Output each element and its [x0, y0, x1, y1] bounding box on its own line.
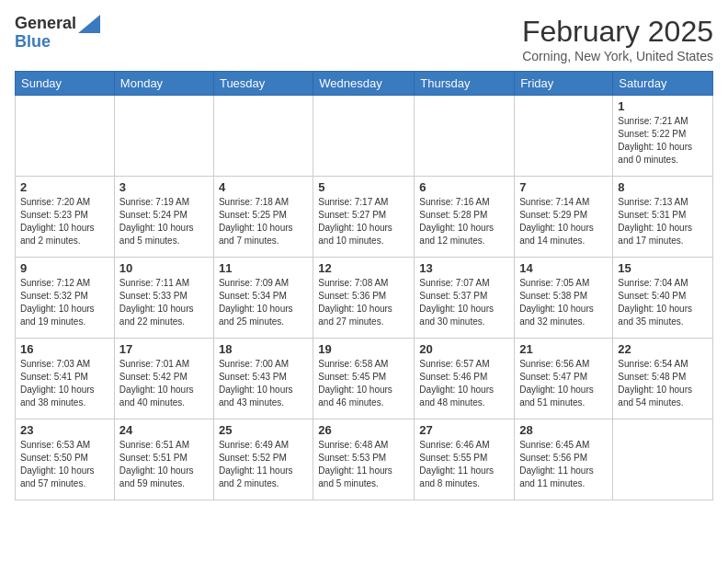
svg-marker-0 [78, 15, 100, 33]
calendar-week-row: 9Sunrise: 7:12 AM Sunset: 5:32 PM Daylig… [16, 258, 713, 339]
day-number: 27 [419, 423, 509, 437]
calendar-cell: 26Sunrise: 6:48 AM Sunset: 5:53 PM Dayli… [313, 419, 415, 500]
day-info: Sunrise: 7:04 AM Sunset: 5:40 PM Dayligh… [618, 277, 708, 328]
calendar-cell: 8Sunrise: 7:13 AM Sunset: 5:31 PM Daylig… [613, 177, 713, 258]
day-info: Sunrise: 7:20 AM Sunset: 5:23 PM Dayligh… [20, 196, 109, 247]
day-info: Sunrise: 7:08 AM Sunset: 5:36 PM Dayligh… [318, 277, 409, 328]
calendar-cell: 22Sunrise: 6:54 AM Sunset: 5:48 PM Dayli… [613, 339, 713, 419]
day-number: 28 [519, 423, 608, 437]
title-block: February 2025 Corning, New York, United … [522, 15, 713, 63]
column-header-monday: Monday [114, 72, 213, 96]
day-number: 5 [318, 180, 409, 194]
day-number: 1 [618, 99, 708, 113]
calendar-cell: 5Sunrise: 7:17 AM Sunset: 5:27 PM Daylig… [313, 177, 415, 258]
calendar-week-row: 2Sunrise: 7:20 AM Sunset: 5:23 PM Daylig… [16, 177, 713, 258]
calendar-cell: 4Sunrise: 7:18 AM Sunset: 5:25 PM Daylig… [213, 177, 313, 258]
day-info: Sunrise: 7:21 AM Sunset: 5:22 PM Dayligh… [618, 115, 708, 167]
calendar-week-row: 16Sunrise: 7:03 AM Sunset: 5:41 PM Dayli… [16, 339, 713, 419]
day-number: 21 [519, 342, 608, 356]
day-info: Sunrise: 7:14 AM Sunset: 5:29 PM Dayligh… [519, 196, 608, 247]
day-info: Sunrise: 7:03 AM Sunset: 5:41 PM Dayligh… [20, 358, 109, 409]
calendar-cell: 3Sunrise: 7:19 AM Sunset: 5:24 PM Daylig… [114, 177, 213, 258]
month-year-title: February 2025 [522, 15, 713, 49]
calendar-cell: 19Sunrise: 6:58 AM Sunset: 5:45 PM Dayli… [313, 339, 415, 419]
day-number: 11 [219, 261, 308, 275]
column-header-saturday: Saturday [613, 72, 713, 96]
calendar-cell [515, 96, 613, 177]
calendar-cell: 21Sunrise: 6:56 AM Sunset: 5:47 PM Dayli… [515, 339, 613, 419]
calendar-cell: 7Sunrise: 7:14 AM Sunset: 5:29 PM Daylig… [515, 177, 613, 258]
day-info: Sunrise: 7:05 AM Sunset: 5:38 PM Dayligh… [519, 277, 608, 328]
day-info: Sunrise: 7:19 AM Sunset: 5:24 PM Dayligh… [119, 196, 209, 247]
day-info: Sunrise: 7:12 AM Sunset: 5:32 PM Dayligh… [20, 277, 109, 328]
calendar-cell [213, 96, 313, 177]
day-info: Sunrise: 7:17 AM Sunset: 5:27 PM Dayligh… [318, 196, 409, 247]
calendar-cell: 25Sunrise: 6:49 AM Sunset: 5:52 PM Dayli… [213, 419, 313, 500]
day-info: Sunrise: 6:57 AM Sunset: 5:46 PM Dayligh… [419, 358, 509, 409]
logo-general-text: General [15, 15, 76, 33]
day-number: 15 [618, 261, 708, 275]
calendar-header-row: SundayMondayTuesdayWednesdayThursdayFrid… [16, 72, 713, 96]
day-number: 4 [219, 180, 308, 194]
column-header-tuesday: Tuesday [213, 72, 313, 96]
day-number: 9 [20, 261, 109, 275]
day-number: 22 [618, 342, 708, 356]
calendar-cell [415, 96, 515, 177]
day-number: 12 [318, 261, 409, 275]
day-number: 10 [119, 261, 209, 275]
day-info: Sunrise: 6:45 AM Sunset: 5:56 PM Dayligh… [519, 439, 608, 490]
day-number: 2 [20, 180, 109, 194]
day-info: Sunrise: 6:46 AM Sunset: 5:55 PM Dayligh… [419, 439, 509, 490]
day-number: 18 [219, 342, 308, 356]
day-number: 13 [419, 261, 509, 275]
day-info: Sunrise: 6:48 AM Sunset: 5:53 PM Dayligh… [318, 439, 409, 490]
calendar-cell: 14Sunrise: 7:05 AM Sunset: 5:38 PM Dayli… [515, 258, 613, 339]
calendar-cell [114, 96, 213, 177]
day-info: Sunrise: 7:11 AM Sunset: 5:33 PM Dayligh… [119, 277, 209, 328]
day-number: 25 [219, 423, 308, 437]
day-number: 6 [419, 180, 509, 194]
calendar-cell: 15Sunrise: 7:04 AM Sunset: 5:40 PM Dayli… [613, 258, 713, 339]
day-number: 23 [20, 423, 109, 437]
calendar-cell [313, 96, 415, 177]
day-info: Sunrise: 7:07 AM Sunset: 5:37 PM Dayligh… [419, 277, 509, 328]
calendar-cell: 2Sunrise: 7:20 AM Sunset: 5:23 PM Daylig… [16, 177, 115, 258]
day-number: 20 [419, 342, 509, 356]
day-number: 8 [618, 180, 708, 194]
day-info: Sunrise: 6:56 AM Sunset: 5:47 PM Dayligh… [519, 358, 608, 409]
calendar-cell [613, 419, 713, 500]
day-number: 17 [119, 342, 209, 356]
calendar-cell: 23Sunrise: 6:53 AM Sunset: 5:50 PM Dayli… [16, 419, 115, 500]
location-subtitle: Corning, New York, United States [522, 49, 713, 63]
calendar-table: SundayMondayTuesdayWednesdayThursdayFrid… [15, 71, 713, 500]
calendar-cell: 12Sunrise: 7:08 AM Sunset: 5:36 PM Dayli… [313, 258, 415, 339]
day-info: Sunrise: 7:16 AM Sunset: 5:28 PM Dayligh… [419, 196, 509, 247]
column-header-friday: Friday [515, 72, 613, 96]
calendar-cell: 11Sunrise: 7:09 AM Sunset: 5:34 PM Dayli… [213, 258, 313, 339]
column-header-wednesday: Wednesday [313, 72, 415, 96]
day-info: Sunrise: 7:13 AM Sunset: 5:31 PM Dayligh… [618, 196, 708, 247]
calendar-cell [16, 96, 115, 177]
page-header: General Blue February 2025 Corning, New … [15, 15, 713, 63]
day-info: Sunrise: 7:09 AM Sunset: 5:34 PM Dayligh… [219, 277, 308, 328]
logo-blue-text: Blue [15, 33, 100, 52]
calendar-cell: 18Sunrise: 7:00 AM Sunset: 5:43 PM Dayli… [213, 339, 313, 419]
day-info: Sunrise: 6:53 AM Sunset: 5:50 PM Dayligh… [20, 439, 109, 490]
calendar-cell: 24Sunrise: 6:51 AM Sunset: 5:51 PM Dayli… [114, 419, 213, 500]
calendar-cell: 28Sunrise: 6:45 AM Sunset: 5:56 PM Dayli… [515, 419, 613, 500]
calendar-cell: 20Sunrise: 6:57 AM Sunset: 5:46 PM Dayli… [415, 339, 515, 419]
day-number: 14 [519, 261, 608, 275]
day-number: 3 [119, 180, 209, 194]
calendar-week-row: 1Sunrise: 7:21 AM Sunset: 5:22 PM Daylig… [16, 96, 713, 177]
day-info: Sunrise: 7:18 AM Sunset: 5:25 PM Dayligh… [219, 196, 308, 247]
day-info: Sunrise: 6:54 AM Sunset: 5:48 PM Dayligh… [618, 358, 708, 409]
column-header-thursday: Thursday [415, 72, 515, 96]
column-header-sunday: Sunday [16, 72, 115, 96]
day-info: Sunrise: 6:51 AM Sunset: 5:51 PM Dayligh… [119, 439, 209, 490]
calendar-cell: 6Sunrise: 7:16 AM Sunset: 5:28 PM Daylig… [415, 177, 515, 258]
calendar-cell: 16Sunrise: 7:03 AM Sunset: 5:41 PM Dayli… [16, 339, 115, 419]
day-info: Sunrise: 6:58 AM Sunset: 5:45 PM Dayligh… [318, 358, 409, 409]
calendar-cell: 17Sunrise: 7:01 AM Sunset: 5:42 PM Dayli… [114, 339, 213, 419]
day-info: Sunrise: 7:01 AM Sunset: 5:42 PM Dayligh… [119, 358, 209, 409]
day-number: 7 [519, 180, 608, 194]
